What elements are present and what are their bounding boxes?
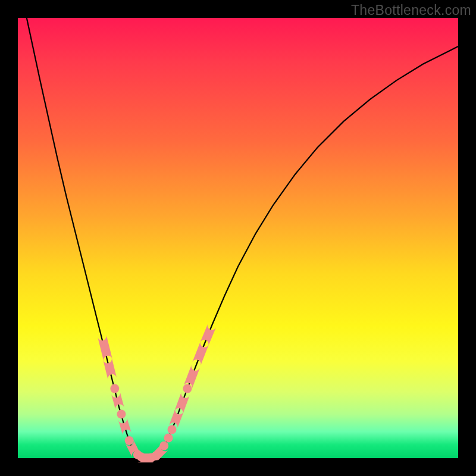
curve-marker — [111, 392, 124, 410]
curve-marker — [168, 425, 177, 434]
curve-svg — [18, 18, 458, 458]
curve-marker — [117, 410, 126, 419]
curve-marker — [164, 433, 173, 442]
curve-marker — [174, 392, 190, 414]
chart-canvas: TheBottleneck.com — [0, 0, 476, 476]
curve-marker — [98, 335, 112, 361]
curve-marker — [192, 342, 209, 366]
curve-marker — [118, 418, 131, 436]
curve-marker — [110, 384, 119, 393]
bottleneck-curve — [27, 18, 458, 458]
curve-marker — [200, 324, 216, 346]
curve-marker — [103, 358, 117, 380]
curve-marker — [159, 441, 168, 450]
curve-marker — [125, 436, 134, 445]
curve-marker — [183, 384, 192, 393]
plot-area — [18, 18, 458, 458]
watermark-text: TheBottleneck.com — [351, 2, 471, 18]
